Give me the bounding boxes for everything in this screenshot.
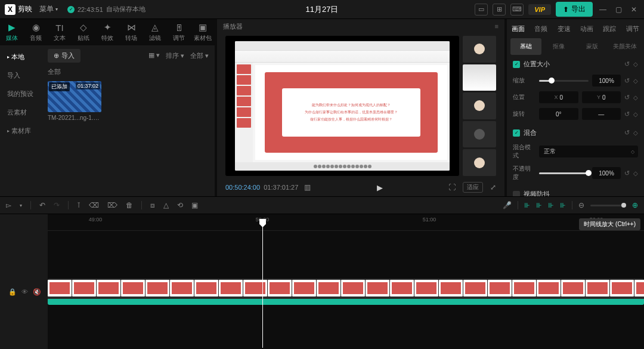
reset-icon[interactable]: ↺ <box>624 60 630 68</box>
tab-pack[interactable]: ▣素材包 <box>191 19 215 45</box>
position-x[interactable]: X0 <box>539 91 578 103</box>
keyframe-icon[interactable]: ◇ <box>633 129 638 136</box>
blend-mode-select[interactable]: 正常 ◇ <box>539 146 638 157</box>
delete-button[interactable]: 🗑 <box>126 201 133 209</box>
view-grid[interactable]: ▦ ▾ <box>148 51 160 60</box>
sticker-icon: ◇ <box>80 22 87 33</box>
zoom-out-button[interactable]: ⊖ <box>578 201 584 209</box>
export-button[interactable]: ⬆ 导出 <box>556 2 593 17</box>
prop-tab-audio[interactable]: 音频 <box>530 19 552 38</box>
media-item[interactable]: 已添加 01:37:02 TM-20221...ng-1.mp4 <box>48 81 101 121</box>
shortcut-icon[interactable]: ⌨ <box>510 4 524 16</box>
sidebar-library[interactable]: ▸素材库 <box>0 122 42 140</box>
check-off-icon[interactable] <box>513 191 520 197</box>
zoom-slider[interactable] <box>590 205 626 206</box>
subtab-basic[interactable]: 基础 <box>510 38 541 55</box>
prop-tab-track[interactable]: 跟踪 <box>598 19 621 38</box>
compare-icon[interactable]: ▥ <box>304 183 311 192</box>
opacity-keyframe[interactable]: ◇ <box>633 170 638 177</box>
keyframe-icon[interactable]: ◇ <box>633 61 638 67</box>
expand-icon[interactable]: ⤢ <box>490 183 496 192</box>
view-filter[interactable]: 全部 ▾ <box>190 51 209 60</box>
tab-transition[interactable]: ⋈转场 <box>119 19 143 45</box>
mute-icon[interactable]: 🔇 <box>33 288 41 296</box>
playhead[interactable] <box>262 223 263 348</box>
undo-button[interactable]: ↶ <box>39 201 45 209</box>
import-button[interactable]: ⊕ 导入 <box>48 49 80 63</box>
snap-3[interactable]: ⊪ <box>548 202 554 209</box>
reset-icon[interactable]: ↺ <box>624 129 630 137</box>
scale-value[interactable]: 100% <box>592 75 621 87</box>
prop-tab-anim[interactable]: 动画 <box>575 19 598 38</box>
section-video-title: 视频防抖 <box>524 190 550 196</box>
sidebar-preset[interactable]: 我的预设 <box>0 85 42 103</box>
sidebar-import[interactable]: 导入 <box>0 66 42 85</box>
prop-tab-adjust[interactable]: 调节 <box>621 19 644 38</box>
opacity-slider[interactable] <box>539 172 589 174</box>
minimize-button[interactable]: — <box>597 5 608 14</box>
subtab-cutout[interactable]: 抠像 <box>544 38 575 55</box>
player-viewport[interactable]: 能为我们带来什么好处？如何成为现代人的标配？ 为什么做行家事让我们有本事的话，优… <box>225 36 459 176</box>
lock-icon[interactable]: 🔒 <box>8 288 17 296</box>
scale-slider[interactable] <box>539 80 589 82</box>
fullscreen-icon[interactable]: ⛶ <box>448 183 456 192</box>
tool-dropdown[interactable]: ▾ <box>20 203 22 208</box>
split-button[interactable]: ⊺ <box>77 201 80 209</box>
mic-button[interactable]: 🎤 <box>503 201 512 209</box>
subtab-mask[interactable]: 蒙版 <box>577 38 608 55</box>
track-controls[interactable]: 🔒 👁 🔇 <box>0 277 48 306</box>
tab-text[interactable]: TI文本 <box>48 19 72 45</box>
tab-adjust[interactable]: 🎚调节 <box>167 19 191 45</box>
redo-button[interactable]: ↷ <box>54 201 60 209</box>
crop-button[interactable]: ▣ <box>191 201 198 209</box>
rotation-reset[interactable]: ↺ <box>624 110 630 118</box>
position-keyframe[interactable]: ◇ <box>633 94 638 101</box>
freeze-button[interactable]: ⧈ <box>150 201 155 209</box>
prop-tab-speed[interactable]: 变速 <box>553 19 575 38</box>
menu-button[interactable]: 菜单 ▾ <box>39 4 58 14</box>
select-tool[interactable]: ▻ <box>6 201 11 209</box>
player-menu-icon[interactable]: ≡ <box>495 23 499 30</box>
prop-tab-picture[interactable]: 画面 <box>507 19 530 38</box>
tab-filter[interactable]: ◬滤镜 <box>143 19 167 45</box>
close-button[interactable]: ✕ <box>628 5 639 14</box>
layout-icon-1[interactable]: ▭ <box>475 4 488 16</box>
position-reset[interactable]: ↺ <box>624 94 630 101</box>
rotate-button[interactable]: ⟲ <box>177 201 183 209</box>
subtab-beauty[interactable]: 美颜美体 <box>610 38 641 55</box>
blend-mode-label: 混合模式 <box>513 143 535 160</box>
rotation-keyframe[interactable]: ◇ <box>633 111 638 118</box>
player-title: 播放器 <box>223 22 243 31</box>
position-y[interactable]: Y0 <box>582 91 621 103</box>
tab-audio[interactable]: ◉音频 <box>24 19 48 45</box>
snap-1[interactable]: ⊪ <box>524 202 530 209</box>
ratio-button[interactable]: 适应 <box>463 182 483 193</box>
scale-keyframe[interactable]: ◇ <box>633 78 638 84</box>
delete-right[interactable]: ⌦ <box>107 201 117 209</box>
tab-media[interactable]: ▶媒体 <box>0 19 24 45</box>
mirror-button[interactable]: △ <box>163 201 169 209</box>
transition-icon: ⋈ <box>127 22 136 33</box>
snap-2[interactable]: ⊪ <box>536 202 542 209</box>
opacity-value[interactable]: 100% <box>592 167 621 179</box>
view-sort[interactable]: 排序 ▾ <box>166 51 184 60</box>
layout-icon-2[interactable]: ⊞ <box>493 4 506 16</box>
zoom-in-button[interactable]: ⊕ <box>632 201 638 209</box>
delete-left[interactable]: ⌫ <box>89 201 99 209</box>
check-icon[interactable]: ✓ <box>513 61 520 68</box>
maximize-button[interactable]: ▢ <box>613 5 624 14</box>
check-icon[interactable]: ✓ <box>513 129 520 137</box>
eye-icon[interactable]: 👁 <box>21 288 28 295</box>
sidebar-local[interactable]: ▸本地 <box>0 48 42 66</box>
play-button[interactable]: ▶ <box>377 183 383 192</box>
video-clip[interactable] <box>48 279 644 305</box>
snap-4[interactable]: ⊪ <box>560 202 566 209</box>
tab-sticker[interactable]: ◇贴纸 <box>72 19 95 45</box>
vip-badge[interactable]: VIP <box>528 4 551 15</box>
zoom-tooltip: 时间线放大 (Ctrl++) <box>579 218 640 230</box>
tab-effect[interactable]: ✦特效 <box>95 19 119 45</box>
rotation-value[interactable]: 0° <box>539 108 578 120</box>
sidebar-cloud[interactable]: 云素材 <box>0 103 42 122</box>
scale-reset[interactable]: ↺ <box>624 77 630 85</box>
opacity-reset[interactable]: ↺ <box>624 169 630 177</box>
